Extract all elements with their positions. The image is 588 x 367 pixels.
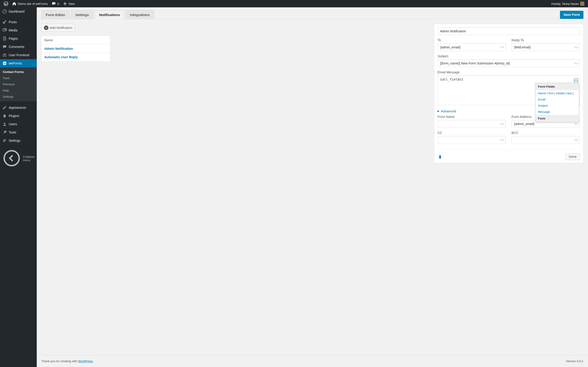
admin-side-menu: Dashboard Posts Media Pages Comments Use… [0,7,37,367]
sidebar-item-plugins[interactable]: Plugins [0,112,37,120]
submenu-settings[interactable]: Settings [0,94,37,100]
sidebar-item-tools[interactable]: Tools [0,128,37,136]
submenu-tools[interactable]: Tools [0,75,37,81]
admin-bar-right: Howdy, Tareq Hasan [550,0,586,7]
comment-count: 0 [57,2,59,6]
settings-icon [2,138,7,143]
sidebar-item-label: Tools [9,131,16,134]
submenu-help[interactable]: Help [0,87,37,94]
sidebar-item-users[interactable]: Users [0,120,37,128]
pin-icon [2,20,7,24]
merge-tag-icon[interactable] [574,138,578,142]
cc-input[interactable] [438,136,506,144]
sidebar-item-comments[interactable]: Comments [0,43,37,51]
main-content: Form Editor Settings Notifications Integ… [37,7,588,367]
add-notification-label: Add Notification [50,26,72,30]
weforms-icon [2,61,7,66]
notification-list-item[interactable]: Admin Notification [42,44,110,53]
notification-name-field [438,27,580,35]
collapse-label: Collapse menu [23,155,35,162]
howdy-link[interactable]: Howdy, Tareq Hasan [550,0,586,7]
comment-icon [52,1,56,6]
dropdown-item-email[interactable]: Email [536,96,579,102]
dropdown-item-message[interactable]: Message [536,109,579,115]
delete-notification-button[interactable] [438,154,443,159]
sidebar-item-weforms[interactable]: weForms [0,59,37,67]
fromname-input[interactable] [438,120,506,128]
to-field: To [438,38,506,51]
sidebar-item-label: Dashboard [9,10,25,13]
fromname-label: From Name [438,115,506,119]
subject-field: Subject [438,54,580,67]
dropdown-item-name[interactable]: Name ( first | middle | last ) [536,90,579,96]
comments-link[interactable]: 0 [50,0,61,7]
sidebar-item-media[interactable]: Media [0,26,37,34]
message-label: Email Message [438,70,580,74]
to-input[interactable] [438,43,506,51]
collapse-menu[interactable]: Collapse menu [0,147,37,170]
svg-point-2 [4,30,5,31]
wordpress-link[interactable]: WordPress [78,359,93,363]
merge-tag-icon[interactable] [574,122,578,126]
sidebar-item-pages[interactable]: Pages [0,34,37,43]
new-link[interactable]: New [61,0,77,7]
message-field: Email Message {all_fields} Form Fields N… [438,70,580,106]
dropdown-item-subject[interactable]: Subject [536,102,579,109]
merge-tag-dropdown: Form Fields Name ( first | middle | last… [536,83,579,122]
merge-tag-icon[interactable] [574,78,578,82]
bcc-field: BCC [511,131,580,144]
user-frontend-icon [2,53,7,57]
site-link[interactable]: Demo site of weForms [10,0,50,7]
sidebar-item-appearance[interactable]: Appearance [0,103,37,112]
replyto-input[interactable] [511,43,580,51]
users-icon [2,122,7,126]
media-icon [2,28,7,33]
sidebar-item-dashboard[interactable]: Dashboard [0,7,37,16]
tab-form-editor[interactable]: Form Editor [41,10,69,19]
notification-name-input[interactable] [438,27,580,35]
done-button[interactable]: Done [565,153,580,160]
sidebar-item-user-frontend[interactable]: User Frontend [0,51,37,59]
svg-point-4 [4,123,5,124]
wp-logo[interactable] [2,0,10,7]
sidebar-item-posts[interactable]: Posts [0,18,37,26]
bcc-input[interactable] [511,136,580,144]
submenu-premium[interactable]: Premium [0,81,37,87]
add-notification-button[interactable]: + Add Notification [41,24,75,32]
merge-tag-icon[interactable] [500,138,504,142]
subject-input[interactable] [438,59,580,67]
submenu-contact-forms[interactable]: Contact Forms [0,69,37,75]
home-icon [12,1,17,6]
merge-tag-icon[interactable] [500,45,504,49]
notification-list-item[interactable]: Automatic User Reply [42,53,110,61]
tab-integrations[interactable]: Integrations [126,10,154,19]
svg-point-7 [4,151,19,166]
triangle-right-icon: ▶ [438,110,439,113]
merge-tag-icon[interactable] [574,45,578,49]
merge-tag-icon[interactable] [500,122,504,126]
save-form-button[interactable]: Save Form [560,11,583,19]
merge-tag-icon[interactable] [574,61,578,65]
svg-point-6 [3,141,4,142]
dashboard-icon [2,9,7,14]
cc-field: CC [438,131,506,144]
page-icon [2,36,7,41]
tab-notifications[interactable]: Notifications [95,10,124,19]
notification-editor: To Reply To Subject [434,24,583,163]
comment-icon [2,44,7,49]
admin-bar: Demo site of weForms 0 New Howdy, Tareq … [0,0,588,7]
advanced-label: Advanced [441,109,456,113]
sidebar-item-label: Comments [9,45,24,49]
notification-list: Name Admin Notification Automatic User R… [41,36,110,61]
fromname-field: From Name [438,115,506,128]
tab-settings[interactable]: Settings [71,10,93,19]
admin-footer: Thank you for creating with WordPress. V… [37,355,588,367]
plus-icon [63,1,67,6]
sidebar-item-label: Posts [9,20,17,24]
sidebar-item-label: Appearance [9,106,26,109]
wordpress-icon [4,1,8,6]
sidebar-item-settings[interactable]: Settings [0,136,37,145]
cc-label: CC [438,131,506,135]
notifications-sidebar: + Add Notification Name Admin Notificati… [41,24,110,61]
subject-label: Subject [438,54,580,58]
